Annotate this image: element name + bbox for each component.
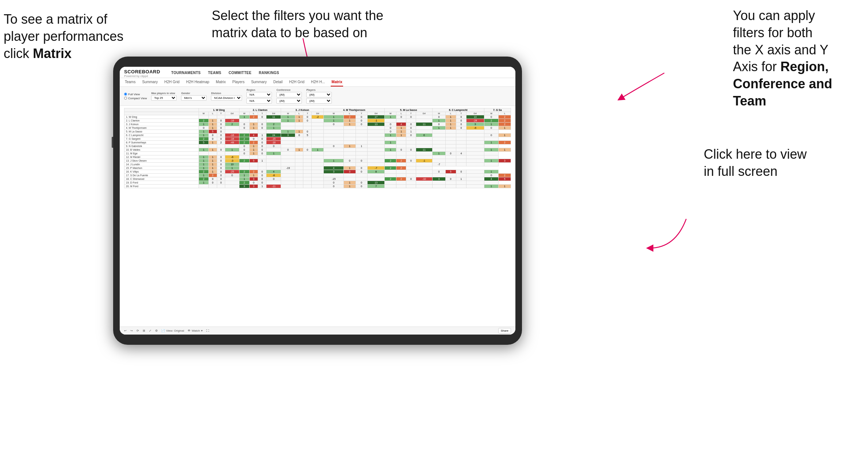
matrix-cell: -16 xyxy=(266,141,281,144)
matrix-cell xyxy=(416,174,432,177)
tab-summary2[interactable]: Summary xyxy=(250,78,268,86)
tab-players[interactable]: Players xyxy=(232,78,245,86)
matrix-cell: 0 xyxy=(217,137,225,141)
matrix-cell xyxy=(416,155,432,159)
zoom-fit-btn[interactable]: ⤢ xyxy=(149,329,151,332)
players-select-1[interactable]: (All) xyxy=(306,92,332,97)
screen-btn[interactable]: ⛶ xyxy=(206,329,209,332)
matrix-cell xyxy=(385,119,396,123)
matrix-cell: 0 xyxy=(433,170,446,174)
matrix-cell: 2 xyxy=(249,115,258,119)
tab-summary[interactable]: Summary xyxy=(141,78,158,86)
matrix-cell: 0 xyxy=(208,177,217,181)
tab-h2h-heatmap[interactable]: H2H Heatmap xyxy=(185,78,210,86)
matrix-cell xyxy=(416,141,432,144)
matrix-cell xyxy=(396,144,406,148)
radio-compact-view[interactable]: Compact View xyxy=(124,97,147,100)
matrix-cell xyxy=(406,137,416,141)
matrix-cell xyxy=(433,130,446,134)
matrix-cell: 0 xyxy=(356,181,367,185)
watch-btn[interactable]: 👁 Watch ▾ xyxy=(188,329,202,332)
undo-btn[interactable]: ↩ xyxy=(124,329,127,332)
matrix-cell xyxy=(456,185,466,188)
matrix-cell xyxy=(312,177,324,181)
gender-select[interactable]: Men's xyxy=(181,95,207,101)
matrix-cell: 0 xyxy=(456,115,466,119)
conference-select-1[interactable]: (All) xyxy=(276,92,302,97)
matrix-cell: 0 xyxy=(217,181,225,185)
col-header-1: 1. W Ding xyxy=(199,108,239,112)
matrix-cell xyxy=(281,126,295,130)
matrix-cell xyxy=(433,174,446,177)
tab-h2h-h[interactable]: H2H H... xyxy=(310,78,326,86)
tab-teams[interactable]: Teams xyxy=(124,78,136,86)
matrix-cell xyxy=(239,130,249,134)
matrix-cell: 0 xyxy=(217,170,225,174)
matrix-cell: 2 xyxy=(499,174,511,177)
row-player-name: 12. M Riedel xyxy=(124,155,199,159)
row-player-name: 11. M Ege xyxy=(124,152,199,155)
conference-select-2[interactable]: (All) xyxy=(276,98,302,104)
radio-full-view[interactable]: Full View xyxy=(124,93,147,96)
tab-detail[interactable]: Detail xyxy=(273,78,284,86)
matrix-cell: 1 xyxy=(199,174,208,177)
division-select[interactable]: NCAA Division I xyxy=(211,95,242,101)
matrix-cell xyxy=(312,185,324,188)
tab-matrix-active[interactable]: Matrix xyxy=(331,78,343,86)
filter-gender: Gender Men's xyxy=(181,92,207,101)
matrix-cell: 0 xyxy=(324,123,344,126)
matrix-cell: 1 xyxy=(199,155,208,159)
matrix-cell xyxy=(208,185,217,188)
matrix-cell: 1 xyxy=(484,159,499,163)
matrix-cell xyxy=(239,163,249,166)
nav-rankings[interactable]: RANKINGS xyxy=(259,71,279,76)
matrix-cell: 3 xyxy=(433,177,446,181)
tab-h2h-grid[interactable]: H2H Grid xyxy=(164,78,180,86)
redo-btn[interactable]: ↪ xyxy=(130,329,133,332)
matrix-cell: 1 xyxy=(295,119,303,123)
matrix-cell xyxy=(385,163,396,166)
settings-btn[interactable]: ⚙ xyxy=(155,329,158,332)
grid-btn[interactable]: ⊞ xyxy=(143,329,145,332)
matrix-cell xyxy=(303,166,312,170)
tab-h2h-grid2[interactable]: H2H Grid xyxy=(288,78,305,86)
matrix-cell: 1 xyxy=(199,148,208,152)
matrix-cell xyxy=(356,126,367,130)
matrix-cell xyxy=(344,152,356,155)
tab-matrix[interactable]: Matrix xyxy=(215,78,226,86)
matrix-cell xyxy=(281,181,295,185)
refresh-btn[interactable]: ⟳ xyxy=(137,329,139,332)
matrix-cell xyxy=(324,130,344,134)
region-select-2[interactable]: N/A xyxy=(246,98,272,104)
matrix-cell xyxy=(385,144,396,148)
matrix-cell: 0 xyxy=(303,115,312,119)
matrix-cell xyxy=(396,155,406,159)
max-players-select[interactable]: Top 25 xyxy=(151,95,177,101)
region-select-1[interactable]: N/A xyxy=(246,92,272,97)
nav-committee[interactable]: COMMITTEE xyxy=(228,71,251,76)
matrix-cell: 1 xyxy=(295,115,303,119)
nav-tournaments[interactable]: TOURNAMENTS xyxy=(171,71,201,76)
nav-teams[interactable]: TEAMS xyxy=(208,71,222,76)
matrix-cell xyxy=(225,115,239,119)
matrix-cell: 0 xyxy=(217,159,225,163)
players-select-2[interactable]: (All) xyxy=(306,98,332,104)
matrix-cell: 2 xyxy=(239,170,249,174)
matrix-cell: 0 xyxy=(217,148,225,152)
matrix-area[interactable]: 1. W Ding 2. L Clanton 3. J Koivun 4. M … xyxy=(120,106,515,327)
matrix-cell: 1 xyxy=(324,115,344,119)
matrix-cell: 0 xyxy=(239,148,249,152)
matrix-cell: 1 xyxy=(208,155,217,159)
matrix-cell xyxy=(258,155,266,159)
brand: SCOREBOARD Powered by clippd xyxy=(124,69,160,78)
matrix-cell xyxy=(456,174,466,177)
view-original-btn[interactable]: 📄 View: Original xyxy=(161,329,184,332)
matrix-cell: 0 xyxy=(239,123,249,126)
share-btn[interactable]: Share xyxy=(498,328,511,333)
matrix-cell xyxy=(295,141,303,144)
matrix-cell xyxy=(303,185,312,188)
matrix-cell xyxy=(281,177,295,181)
matrix-cell: 0 xyxy=(356,166,367,170)
matrix-cell: 0 xyxy=(303,130,312,134)
matrix-cell: 0 xyxy=(239,144,249,148)
